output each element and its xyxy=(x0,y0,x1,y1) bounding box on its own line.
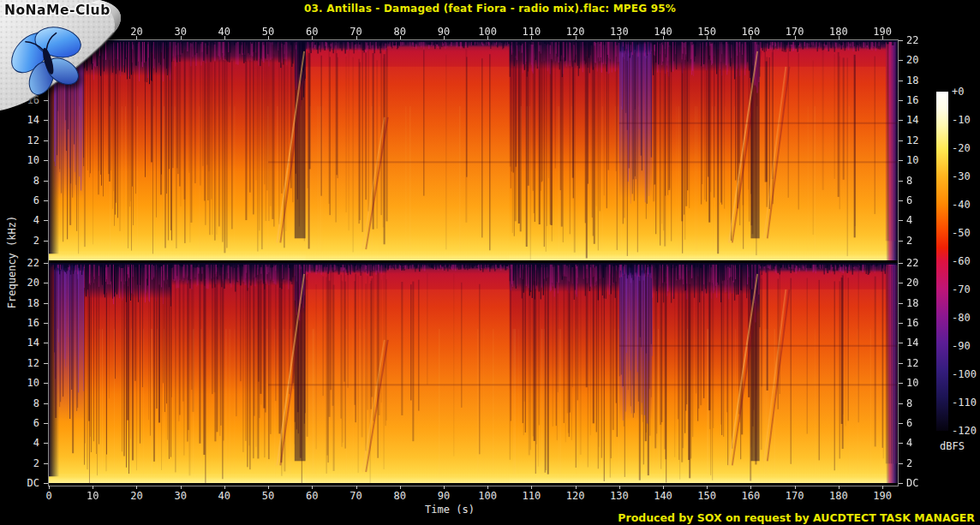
freq-tick-right xyxy=(899,463,903,464)
freq-tick-label-left: 16 xyxy=(14,318,39,328)
time-tick-bottom xyxy=(224,486,225,489)
time-tick-bottom xyxy=(181,486,182,489)
colorbar-tick-label: -80 xyxy=(952,313,971,323)
time-tick-bottom xyxy=(356,486,357,489)
freq-tick-label-right: 14 xyxy=(906,337,918,348)
time-tick-top xyxy=(531,36,532,39)
freq-tick-right xyxy=(899,81,903,81)
freq-tick-right xyxy=(899,100,903,101)
freq-tick-label-left: 6 xyxy=(14,418,39,428)
time-tick-label-bottom: 90 xyxy=(438,491,450,501)
freq-tick-label-right: 18 xyxy=(906,75,918,86)
freq-tick-right xyxy=(899,483,903,484)
time-tick-label-bottom: 140 xyxy=(654,491,672,501)
freq-tick-label-right: 6 xyxy=(906,418,912,428)
freq-tick-right xyxy=(899,303,903,304)
spectrogram-window: 03. Antillas - Damaged (feat Fiora - rad… xyxy=(0,0,980,525)
freq-tick-label-left: 8 xyxy=(14,398,39,409)
time-tick-bottom xyxy=(619,486,620,489)
time-axis-label: Time (s) xyxy=(425,504,475,516)
colorbar-tick-label: -100 xyxy=(952,369,977,379)
freq-tick-label-left: 10 xyxy=(14,155,39,165)
time-tick-top xyxy=(487,36,488,39)
time-tick-top xyxy=(181,36,182,39)
freq-tick-label-left: DC xyxy=(14,478,39,488)
time-tick-top xyxy=(224,36,225,39)
freq-tick-left xyxy=(44,283,48,283)
freq-tick-label-right: 10 xyxy=(906,378,918,388)
time-tick-label-bottom: 160 xyxy=(742,491,761,501)
nnm-club-logo: NoNaMe-Club xyxy=(0,0,147,122)
freq-tick-right xyxy=(899,241,903,242)
freq-tick-label-left: 6 xyxy=(14,195,39,206)
time-tick-label-bottom: 170 xyxy=(786,491,804,501)
freq-tick-label-right: 14 xyxy=(906,115,918,125)
freq-tick-label-right: 2 xyxy=(906,236,912,246)
freq-tick-label-left: 4 xyxy=(14,438,39,448)
freq-tick-label-right: 12 xyxy=(906,135,918,146)
time-tick-bottom xyxy=(882,486,883,489)
freq-tick-label-right: 20 xyxy=(906,55,918,65)
freq-tick-label-right: 20 xyxy=(906,277,918,288)
freq-tick-label-left: 14 xyxy=(14,337,39,348)
freq-tick-right xyxy=(899,363,903,364)
time-tick-top xyxy=(663,36,664,39)
time-tick-label-bottom: 10 xyxy=(87,491,99,501)
freq-tick-label-left: 10 xyxy=(14,378,39,388)
colorbar-tick-label: -50 xyxy=(952,228,971,238)
freq-tick-label-right: 22 xyxy=(906,35,918,45)
time-tick-top xyxy=(750,36,751,39)
time-tick-label-bottom: 190 xyxy=(873,491,892,501)
freq-tick-label-right: 16 xyxy=(906,318,918,328)
freq-tick-right xyxy=(899,60,903,61)
time-tick-label-bottom: 70 xyxy=(350,491,362,501)
time-tick-label-bottom: 40 xyxy=(218,491,230,501)
freq-tick-right xyxy=(899,443,903,444)
freq-tick-right xyxy=(899,403,903,404)
time-tick-bottom xyxy=(487,486,488,489)
freq-tick-left xyxy=(44,303,48,304)
freq-tick-right xyxy=(899,200,903,201)
frequency-axis-label: Frequency (kHz) xyxy=(6,216,18,308)
freq-tick-left xyxy=(44,343,48,343)
producer-credit: Produced by SOX on request by AUCDTECT T… xyxy=(618,511,975,524)
colorbar-tick-label: -110 xyxy=(952,397,977,408)
freq-tick-label-right: 4 xyxy=(906,438,912,448)
freq-tick-left xyxy=(44,483,48,484)
time-tick-label-bottom: 80 xyxy=(393,491,405,501)
time-tick-label-bottom: 110 xyxy=(523,491,541,501)
freq-tick-label-right: 16 xyxy=(906,95,918,105)
freq-tick-left xyxy=(44,160,48,161)
time-tick-label-bottom: 20 xyxy=(130,491,142,501)
colorbar-tick-label: -40 xyxy=(952,200,971,210)
freq-tick-label-left: 2 xyxy=(14,458,39,468)
freq-tick-left xyxy=(44,140,48,141)
freq-tick-right xyxy=(899,120,903,121)
freq-tick-left xyxy=(44,241,48,242)
freq-tick-right xyxy=(899,343,903,343)
time-tick-bottom xyxy=(49,486,50,489)
time-tick-label-bottom: 130 xyxy=(610,491,629,501)
colorbar-tick-label: -90 xyxy=(952,341,971,351)
freq-tick-label-right: 6 xyxy=(906,195,912,206)
freq-tick-right xyxy=(899,383,903,384)
freq-tick-left xyxy=(44,263,48,264)
time-tick-top xyxy=(268,36,269,39)
time-tick-label-bottom: 30 xyxy=(174,491,186,501)
time-tick-top xyxy=(707,36,708,39)
time-tick-label-bottom: 150 xyxy=(697,491,716,501)
colorbar-tick-label: -30 xyxy=(952,171,971,182)
freq-tick-right xyxy=(899,283,903,283)
freq-tick-right xyxy=(899,220,903,221)
freq-tick-label-right: DC xyxy=(906,478,918,488)
time-tick-bottom xyxy=(795,486,796,489)
time-tick-bottom xyxy=(707,486,708,489)
freq-tick-left xyxy=(44,200,48,201)
freq-tick-left xyxy=(44,383,48,384)
freq-tick-right xyxy=(899,181,903,182)
time-tick-top xyxy=(356,36,357,39)
freq-tick-label-left: 12 xyxy=(14,358,39,368)
freq-tick-label-right: 8 xyxy=(906,176,912,186)
freq-tick-left xyxy=(44,220,48,221)
time-tick-top xyxy=(619,36,620,39)
